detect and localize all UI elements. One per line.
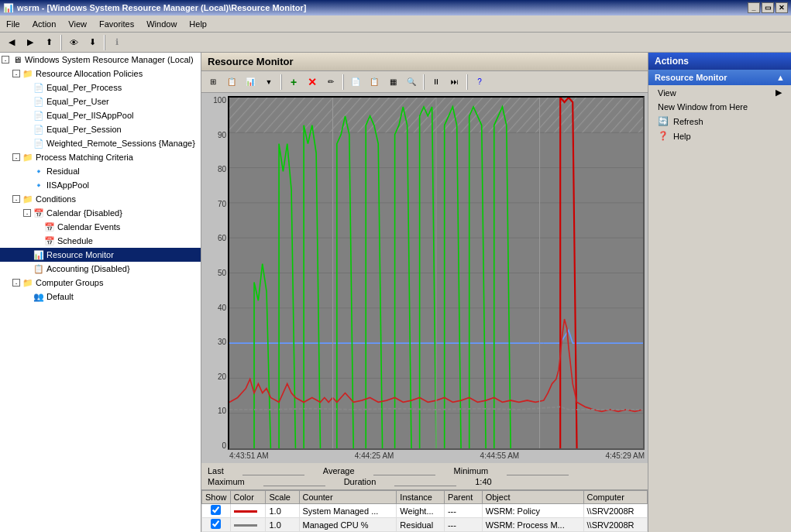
menu-favorites[interactable]: Favorites [93, 15, 140, 33]
mon-btn-copy[interactable]: 📄 [347, 74, 364, 91]
col-scale[interactable]: Scale [266, 491, 299, 504]
collapse-icon[interactable]: ▲ [776, 73, 785, 82]
tree-icon-resmon: 📊 [33, 249, 45, 261]
tree-icon-compgroups: 📁 [22, 276, 34, 289]
center-panel: Resource Monitor ⊞ 📋 📊 ▼ + ✕ ✏ 📄 📋 ▦ 🔍 ⏸… [201, 53, 648, 532]
sidebar-item-accounting[interactable]: 📋Accounting {Disabled} [0, 262, 201, 276]
mon-btn-dropdown[interactable]: ▼ [260, 74, 277, 91]
mon-btn-2[interactable]: 📋 [223, 74, 240, 91]
mon-btn-step[interactable]: ⏭ [446, 74, 463, 91]
average-label: Average [323, 466, 355, 475]
menu-action[interactable]: Action [26, 15, 63, 33]
expand-icon-compgroups[interactable]: - [12, 279, 20, 287]
new-window-label: New Window from Here [658, 102, 748, 112]
action-new-window[interactable]: New Window from Here [648, 100, 791, 114]
title-bar-controls[interactable]: _ ▭ ✕ [748, 2, 788, 13]
mon-btn-add[interactable]: + [285, 74, 302, 91]
menu-file[interactable]: File [0, 15, 26, 33]
sidebar-item-default[interactable]: 👥Default [0, 290, 201, 304]
action-help[interactable]: ❓ Help [648, 129, 791, 143]
mon-btn-3[interactable]: 📊 [242, 74, 259, 91]
chart-svg [229, 98, 643, 448]
mon-btn-view1[interactable]: ▦ [384, 74, 401, 91]
mon-btn-1[interactable]: ⊞ [205, 74, 222, 91]
rm-title: Resource Monitor [208, 56, 294, 67]
sidebar-item-eps[interactable]: 📄Equal_Per_Session [0, 122, 201, 136]
sidebar-item-residual[interactable]: 🔹Residual [0, 164, 201, 178]
refresh-icon: 🔄 [658, 116, 669, 126]
toolbar-show-hide[interactable]: 👁 [65, 34, 82, 51]
actions-panel: Actions Resource Monitor ▲ View ▶ New Wi… [648, 53, 791, 532]
expand-icon-pmc[interactable]: - [12, 153, 20, 161]
col-instance[interactable]: Instance [397, 491, 445, 504]
toolbar: ◀ ▶ ⬆ 👁 ⬇ ℹ [0, 33, 791, 53]
minimum-label: Minimum [454, 466, 489, 475]
sidebar-item-cal-events[interactable]: 📅Calendar Events [0, 220, 201, 234]
maximum-label: Maximum [208, 477, 245, 486]
sidebar-item-epiis[interactable]: 📄Equal_Per_IISAppPool [0, 108, 201, 122]
toolbar-info[interactable]: ℹ [108, 34, 126, 51]
col-parent[interactable]: Parent [444, 491, 482, 504]
tree-icon-pmc: 📁 [22, 151, 34, 163]
menu-view[interactable]: View [62, 15, 93, 33]
tree-label-calendar: Calendar {Disabled} [46, 208, 122, 218]
col-computer[interactable]: Computer [583, 491, 647, 504]
table-row[interactable]: 1.0Managed CPU %Residual---WSRM: Process… [202, 518, 648, 532]
toolbar-forward[interactable]: ▶ [22, 34, 39, 51]
tree-label-rap: Resource Allocation Policies [36, 69, 143, 78]
row-checkbox-1[interactable] [211, 519, 221, 529]
sidebar-item-compgroups[interactable]: -📁Computer Groups [0, 276, 201, 290]
sidebar-item-resmon[interactable]: 📊Resource Monitor [0, 248, 201, 262]
sidebar-item-rap[interactable]: -📁Resource Allocation Policies [0, 67, 201, 81]
table-row[interactable]: 1.0System Managed ...Weight...---WSRM: P… [202, 504, 648, 518]
col-show[interactable]: Show [202, 491, 231, 504]
mon-btn-help[interactable]: ? [471, 74, 488, 91]
sidebar-item-calendar[interactable]: -📅Calendar {Disabled} [0, 206, 201, 220]
sidebar-item-epp[interactable]: 📄Equal_Per_Process [0, 81, 201, 94]
menu-window[interactable]: Window [140, 15, 183, 33]
restore-button[interactable]: ▭ [762, 2, 774, 13]
expand-icon-calendar[interactable]: - [23, 209, 31, 217]
rm-actions-title: Resource Monitor [655, 73, 727, 82]
tree-icon-wrs: 📄 [33, 137, 45, 149]
col-counter[interactable]: Counter [299, 491, 397, 504]
mon-btn-edit[interactable]: ✏ [322, 74, 339, 91]
mon-btn-paste[interactable]: 📋 [366, 74, 383, 91]
sidebar-item-pmc[interactable]: -📁Process Matching Criteria [0, 150, 201, 164]
row-cell-0-1: System Managed ... [299, 504, 397, 518]
sidebar-item-conditions[interactable]: -📁Conditions [0, 192, 201, 206]
sidebar-item-iisapppool[interactable]: 🔹IISAppPool [0, 178, 201, 192]
actions-title: Actions [655, 56, 689, 67]
toolbar-back[interactable]: ◀ [3, 34, 20, 51]
row-cell-0-4: WSRM: Policy [482, 504, 583, 518]
tree-label-epp: Equal_Per_Process [46, 83, 122, 92]
mon-btn-find[interactable]: 🔍 [403, 74, 420, 91]
sidebar-item-schedule[interactable]: 📅Schedule [0, 234, 201, 248]
row-color-0 [234, 510, 257, 513]
view-label: View [658, 88, 676, 98]
col-color[interactable]: Color [230, 491, 266, 504]
row-cell-1-1: Managed CPU % [299, 518, 397, 532]
mon-btn-del[interactable]: ✕ [304, 74, 321, 91]
col-object[interactable]: Object [482, 491, 583, 504]
expand-icon-rap[interactable]: - [12, 70, 20, 77]
row-cell-0-2: Weight... [397, 504, 445, 518]
expand-icon-conditions[interactable]: - [12, 195, 20, 203]
tree-icon-residual: 🔹 [33, 165, 45, 177]
action-view[interactable]: View ▶ [648, 85, 791, 100]
row-checkbox-0[interactable] [211, 505, 221, 515]
toolbar-arrow[interactable]: ⬇ [84, 34, 101, 51]
close-button[interactable]: ✕ [776, 2, 788, 13]
tree-label-accounting: Accounting {Disabled} [46, 264, 130, 273]
minimize-button[interactable]: _ [748, 2, 760, 13]
mon-btn-pause[interactable]: ⏸ [428, 74, 445, 91]
sidebar-item-wrs[interactable]: 📄Weighted_Remote_Sessions {Manage} [0, 136, 201, 150]
toolbar-up[interactable]: ⬆ [40, 34, 57, 51]
sidebar-item-wsrm-root[interactable]: -🖥Windows System Resource Manager (Local… [0, 53, 201, 67]
action-refresh[interactable]: 🔄 Refresh [648, 114, 791, 129]
duration-label: Duration [344, 477, 377, 486]
expand-icon-wsrm-root[interactable]: - [2, 56, 9, 63]
duration-value: 1:40 [475, 477, 491, 486]
menu-help[interactable]: Help [183, 15, 213, 33]
sidebar-item-epu[interactable]: 📄Equal_Per_User [0, 94, 201, 108]
